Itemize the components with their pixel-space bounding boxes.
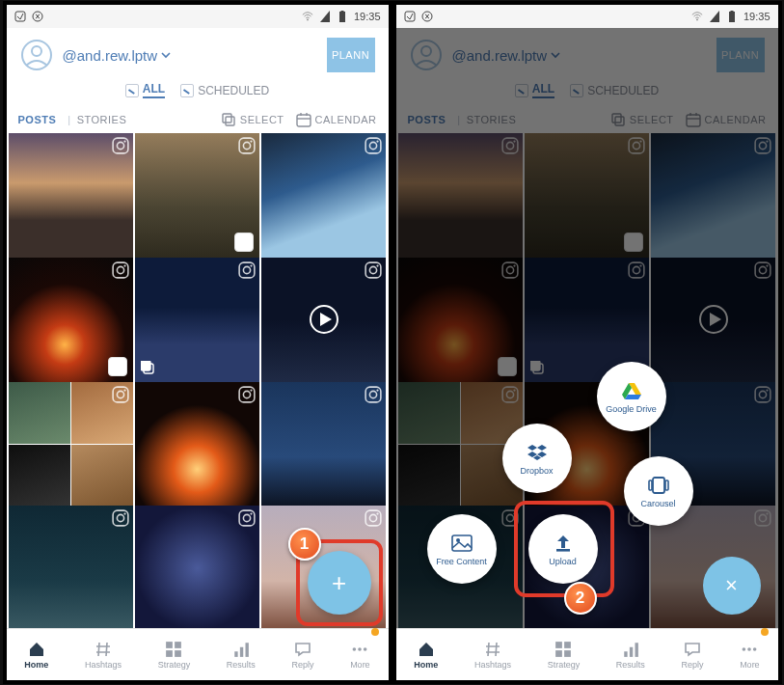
signal-icon bbox=[319, 11, 331, 22]
nav-home[interactable]: Home bbox=[24, 641, 48, 670]
tutorial-marker-1: 1 bbox=[288, 528, 321, 561]
svg-point-39 bbox=[696, 19, 698, 21]
grid-cell[interactable] bbox=[261, 133, 386, 258]
fab-close-button[interactable]: × bbox=[703, 557, 761, 615]
tab-stories[interactable]: STORIES bbox=[77, 114, 127, 125]
shazam-icon bbox=[421, 11, 433, 22]
carousel-icon bbox=[648, 475, 669, 496]
instagram-icon bbox=[238, 509, 256, 527]
battery-icon bbox=[337, 11, 348, 22]
fab-option-dropbox[interactable]: Dropbox bbox=[502, 424, 572, 493]
fab-option-carousel[interactable]: Carousel bbox=[624, 456, 693, 526]
fab-option-google-drive[interactable]: Google Drive bbox=[597, 362, 666, 431]
nav-results: Results bbox=[616, 641, 645, 670]
nav-results[interactable]: Results bbox=[227, 641, 256, 670]
select-checkbox[interactable] bbox=[234, 233, 254, 252]
nav-hashtags: Hashtags bbox=[474, 641, 511, 670]
select-checkbox[interactable] bbox=[108, 357, 127, 376]
instagram-icon bbox=[112, 509, 129, 527]
phone-screen-right: 19:35 @and.rew.lptw PLANN ALL SCHEDULED … bbox=[396, 5, 778, 680]
nav-more[interactable]: More bbox=[350, 641, 370, 670]
instagram-icon bbox=[365, 137, 382, 154]
instagram-icon bbox=[112, 261, 129, 279]
instagram-icon bbox=[238, 261, 256, 279]
carousel-icon bbox=[141, 361, 156, 376]
instagram-icon bbox=[238, 386, 256, 403]
tab-posts[interactable]: POSTS bbox=[18, 114, 57, 125]
account-header: @and.rew.lptw PLANN bbox=[7, 28, 389, 78]
notification-icon bbox=[404, 11, 416, 22]
svg-marker-34 bbox=[320, 11, 330, 22]
clock: 19:35 bbox=[354, 11, 381, 22]
image-icon bbox=[451, 533, 473, 554]
svg-marker-40 bbox=[710, 11, 719, 22]
shazam-icon bbox=[32, 11, 43, 22]
grid-cell[interactable] bbox=[9, 382, 133, 507]
wifi-icon bbox=[691, 11, 703, 22]
phone-screen-left: 19:35 @and.rew.lptw PLANN ALL SCHEDULED … bbox=[7, 5, 389, 680]
filter-row: ALL SCHEDULED bbox=[7, 78, 389, 106]
svg-rect-36 bbox=[340, 11, 343, 12]
nav-hashtags[interactable]: Hashtags bbox=[85, 641, 122, 670]
calendar-tool[interactable]: CALENDAR bbox=[296, 112, 377, 127]
nav-strategy[interactable]: Strategy bbox=[158, 641, 191, 670]
chevron-down-icon bbox=[161, 50, 171, 60]
svg-point-33 bbox=[307, 19, 309, 21]
avatar-icon[interactable] bbox=[20, 39, 53, 71]
fab-add-button[interactable]: + bbox=[308, 551, 371, 615]
google-drive-icon bbox=[621, 380, 642, 401]
grid-cell[interactable] bbox=[9, 506, 133, 628]
status-bar: 19:35 bbox=[7, 5, 389, 28]
bottom-nav: Home Hashtags Strategy Results Reply Mor… bbox=[396, 628, 778, 680]
dropbox-icon bbox=[527, 442, 548, 463]
tutorial-marker-2: 2 bbox=[564, 582, 597, 615]
status-bar: 19:35 bbox=[396, 5, 778, 28]
grid-cell[interactable] bbox=[261, 258, 386, 382]
grid-cell[interactable] bbox=[9, 133, 133, 258]
instagram-icon bbox=[112, 137, 129, 154]
grid-cell[interactable] bbox=[9, 258, 133, 382]
upload-icon bbox=[553, 533, 574, 554]
instagram-icon bbox=[365, 386, 382, 403]
instagram-icon bbox=[365, 509, 382, 527]
account-switcher[interactable]: @and.rew.lptw bbox=[63, 47, 172, 64]
play-icon bbox=[309, 304, 339, 335]
svg-rect-42 bbox=[730, 11, 733, 12]
select-tool[interactable]: SELECT bbox=[221, 112, 284, 127]
nav-home: Home bbox=[414, 641, 438, 670]
wifi-icon bbox=[302, 11, 313, 22]
bottom-nav: Home Hashtags Strategy Results Reply Mor… bbox=[7, 628, 389, 680]
filter-all[interactable]: ALL bbox=[125, 82, 165, 98]
grid-cell[interactable] bbox=[135, 133, 259, 258]
svg-rect-41 bbox=[729, 12, 735, 22]
instagram-icon bbox=[238, 137, 256, 154]
battery-icon bbox=[726, 11, 738, 22]
grid-cell[interactable] bbox=[135, 506, 259, 628]
signal-icon bbox=[709, 11, 720, 22]
grid-cell[interactable] bbox=[261, 382, 386, 507]
svg-rect-35 bbox=[339, 12, 345, 22]
notification-dot bbox=[371, 628, 379, 636]
nav-strategy: Strategy bbox=[548, 641, 581, 670]
filter-scheduled[interactable]: SCHEDULED bbox=[180, 82, 269, 98]
nav-more: More bbox=[740, 641, 760, 670]
content-tabs: POSTS | STORIES SELECT CALENDAR bbox=[7, 106, 389, 133]
fab-option-upload[interactable]: Upload bbox=[528, 514, 598, 584]
clock: 19:35 bbox=[743, 11, 770, 22]
fab-option-free-content[interactable]: Free Content bbox=[427, 514, 497, 584]
instagram-icon bbox=[365, 261, 382, 279]
grid-cell[interactable] bbox=[135, 258, 259, 382]
notification-icon bbox=[14, 11, 26, 22]
nav-reply[interactable]: Reply bbox=[291, 641, 313, 670]
notification-dot bbox=[761, 628, 769, 636]
grid-cell[interactable] bbox=[135, 382, 259, 507]
brand-badge: PLANN bbox=[327, 38, 375, 72]
nav-reply: Reply bbox=[681, 641, 703, 670]
instagram-icon bbox=[112, 386, 129, 403]
username-text: @and.rew.lptw bbox=[63, 47, 158, 64]
